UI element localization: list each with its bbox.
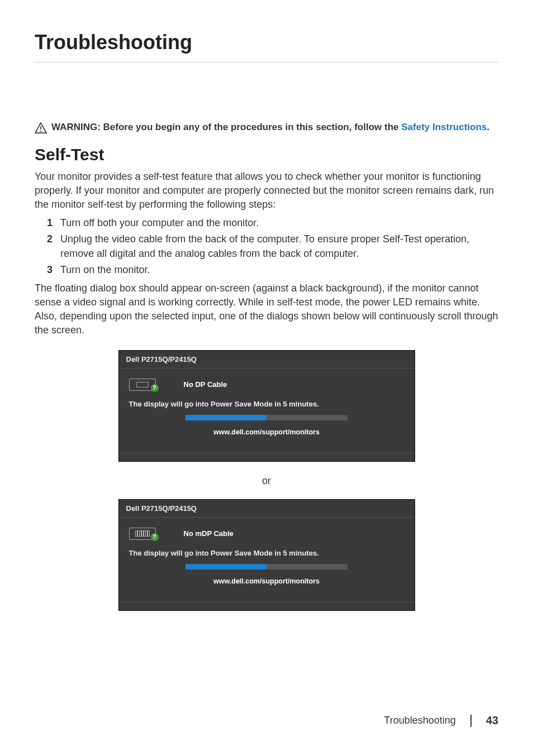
dialog-no-dp: Dell P2715Q/P2415Q ? No DP Cable The dis…: [118, 350, 415, 462]
list-item: 2Unplug the video cable from the back of…: [47, 232, 498, 261]
self-test-steps: 1Turn off both your computer and the mon…: [47, 216, 498, 277]
dialog-no-mdp: Dell P2715Q/P2415Q ? No mDP Cable The di…: [118, 499, 415, 611]
question-badge-icon: ?: [151, 384, 159, 392]
question-badge-icon: ?: [151, 533, 159, 541]
mdp-connector-icon: ?: [129, 528, 156, 540]
page-number: 43: [486, 714, 498, 727]
dialog-header: Dell P2715Q/P2415Q: [119, 500, 415, 518]
self-test-intro: Your monitor provides a self-test featur…: [35, 170, 498, 212]
footer-label: Troubleshooting: [384, 715, 455, 726]
progress-fill: [185, 564, 266, 570]
power-save-message: The display will go into Power Save Mode…: [129, 549, 404, 557]
list-item: 3Turn on the monitor.: [47, 262, 498, 277]
safety-instructions-link[interactable]: Safety Instructions: [401, 122, 487, 132]
self-test-heading: Self-Test: [35, 145, 498, 164]
page-footer: Troubleshooting 43: [384, 714, 498, 727]
no-mdp-cable-label: No mDP Cable: [184, 529, 234, 538]
warning-lead: WARNING: Before you begin any of the pro…: [51, 122, 401, 132]
step-1-text: Turn off both your computer and the moni…: [60, 217, 259, 228]
svg-point-1: [40, 131, 41, 132]
warning-text: WARNING: Before you begin any of the pro…: [51, 121, 489, 134]
step-3-text: Turn on the monitor.: [60, 264, 150, 275]
dp-connector-icon: ?: [129, 379, 156, 391]
warning-tail: .: [487, 122, 489, 132]
progress-bar: [185, 564, 348, 570]
step-2-text: Unplug the video cable from the back of …: [60, 233, 469, 259]
power-save-message: The display will go into Power Save Mode…: [129, 400, 404, 408]
footer-divider: [470, 715, 472, 727]
support-url: www.dell.com/support/monitors: [129, 577, 404, 585]
self-test-after: The floating dialog box should appear on…: [35, 281, 498, 338]
list-item: 1Turn off both your computer and the mon…: [47, 216, 498, 230]
warning-icon: [35, 122, 47, 133]
warning-block: WARNING: Before you begin any of the pro…: [35, 121, 498, 134]
dialog-footer: [119, 602, 415, 610]
dialog-header: Dell P2715Q/P2415Q: [119, 351, 415, 369]
no-dp-cable-label: No DP Cable: [184, 380, 227, 389]
page-title: Troubleshooting: [35, 31, 498, 63]
or-separator: or: [118, 475, 415, 487]
progress-bar: [185, 415, 348, 420]
support-url: www.dell.com/support/monitors: [129, 428, 404, 436]
dialog-footer: [119, 453, 415, 461]
progress-fill: [185, 415, 266, 420]
